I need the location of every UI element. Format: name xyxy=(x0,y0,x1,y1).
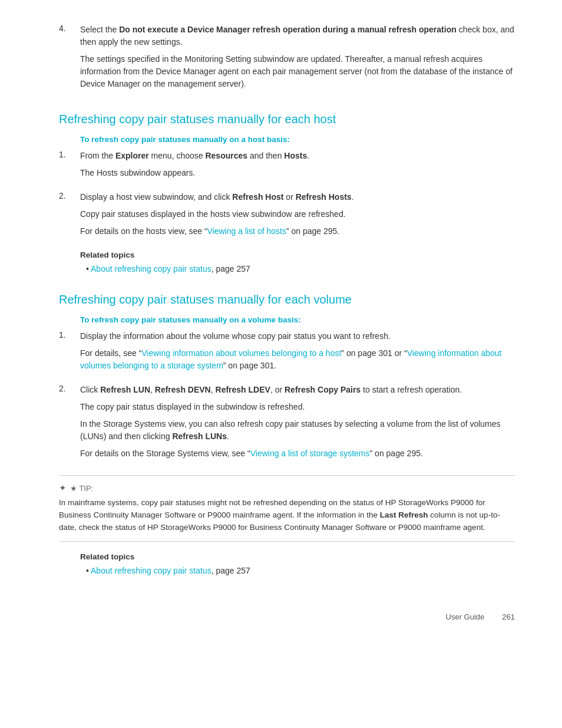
section2-step1-num: 1. xyxy=(59,330,75,377)
s2-s2-note1-suffix: subwindow is refreshed. xyxy=(216,402,305,411)
tip-icon: ✦ xyxy=(59,483,67,493)
s1-step1-suffix: . xyxy=(307,151,309,160)
footer-guide: User Guide xyxy=(446,612,485,621)
page-footer: User Guide 261 xyxy=(59,612,515,621)
section1-step2-num: 2. xyxy=(59,191,75,242)
s2-s2-note1-prefix: The copy pair status displayed in the xyxy=(80,402,214,411)
section1-step1: 1. From the Explorer menu, choose Resour… xyxy=(59,150,515,184)
s1-hosts-link[interactable]: Viewing a list of hosts xyxy=(207,226,286,236)
section2-related-suffix: , page 257 xyxy=(211,566,250,575)
section1-step2-note1: Copy pair statuses displayed in the host… xyxy=(80,208,515,220)
section1-step1-note: The Hosts subwindow appears. xyxy=(80,167,515,179)
s1-s2-suffix: . xyxy=(352,192,354,202)
section1-step2-text: Display a host view subwindow, and click… xyxy=(80,191,515,203)
tip-label: ✦ ★ TIP: xyxy=(59,483,515,493)
s1-s2-refresh-host: Refresh Host xyxy=(232,192,283,202)
section2-step1-text: Display the information about the volume… xyxy=(80,330,515,342)
s2-s2-note2-suffix: . xyxy=(227,431,229,441)
section1-related-link[interactable]: About refreshing copy pair status xyxy=(91,264,211,274)
s1-step1-resources: Resources xyxy=(205,151,247,160)
s2-s1-note-mid: ” on page 301 or “ xyxy=(341,348,406,358)
tip-bold: Last Refresh xyxy=(380,510,428,519)
section1-related-list: About refreshing copy pair status, page … xyxy=(80,263,515,275)
section2-step1: 1. Display the information about the vol… xyxy=(59,330,515,377)
step4-number: 4. xyxy=(59,24,75,95)
tip-label-text: ★ TIP: xyxy=(70,484,93,493)
section2-heading: Refreshing copy pair statuses manually f… xyxy=(59,292,515,307)
s2-volumes-host-link[interactable]: Viewing information about volumes belong… xyxy=(141,348,341,358)
s1-step1-prefix: From the xyxy=(80,151,115,160)
section2-related-link[interactable]: About refreshing copy pair status xyxy=(91,566,211,575)
intro-step4: 4. Select the Do not execute a Device Ma… xyxy=(59,24,515,95)
section2-step2-num: 2. xyxy=(59,384,75,465)
footer-page: 261 xyxy=(502,612,515,621)
section2-step1-note: For details, see “Viewing information ab… xyxy=(80,347,515,372)
tip-block: ✦ ★ TIP: In mainframe systems, copy pair… xyxy=(59,475,515,542)
s2-s2-b2: Refresh DEVN xyxy=(155,385,211,394)
s1-s2-or: or xyxy=(283,192,295,202)
s2-s2-b3: Refresh LDEV xyxy=(216,385,270,394)
step4-content: Select the Do not execute a Device Manag… xyxy=(80,24,515,95)
step4-note: The settings specified in the Monitoring… xyxy=(80,53,515,90)
step4-bold: Do not execute a Device Manager refresh … xyxy=(119,25,457,34)
section2-subheading: To refresh copy pair statuses manually o… xyxy=(80,315,515,324)
step4-text: Select the Do not execute a Device Manag… xyxy=(80,24,515,48)
s2-s2-prefix: Click xyxy=(80,385,100,394)
s2-s2-b1: Refresh LUN xyxy=(100,385,150,394)
s2-s2-b4: Refresh Copy Pairs xyxy=(285,385,361,394)
s2-s2-suffix: to start a refresh operation. xyxy=(361,385,462,394)
s1-step1-explorer: Explorer xyxy=(115,151,149,160)
section2-step2-note1: The copy pair status displayed in the su… xyxy=(80,401,515,413)
section2-step2-note2: In the Storage Systems view, you can als… xyxy=(80,418,515,443)
section2-related-list: About refreshing copy pair status, page … xyxy=(80,565,515,577)
section1-step1-text: From the Explorer menu, choose Resources… xyxy=(80,150,515,162)
section1-step2-note2: For details on the hosts view, see “View… xyxy=(80,225,515,238)
section2-step2-content: Click Refresh LUN, Refresh DEVN, Refresh… xyxy=(80,384,515,465)
section2-step2-note3: For details on the Storage Systems view,… xyxy=(80,447,515,460)
section1-heading: Refreshing copy pair statuses manually f… xyxy=(59,111,515,127)
s1-s2-refresh-hosts: Refresh Hosts xyxy=(296,192,352,202)
section1-step1-num: 1. xyxy=(59,150,75,184)
section1-subheading-block: To refresh copy pair statuses manually o… xyxy=(59,135,515,144)
s2-s2-note3-suffix: ” on page 295. xyxy=(370,449,423,458)
s2-s2-note3-prefix: For details on the Storage Systems view,… xyxy=(80,449,250,458)
section2-subheading-block: To refresh copy pair statuses manually o… xyxy=(59,315,515,324)
section2-related-label: Related topics xyxy=(80,552,515,561)
section2-related: Related topics About refreshing copy pai… xyxy=(59,552,515,577)
section1-step2: 2. Display a host view subwindow, and cl… xyxy=(59,191,515,242)
section1-step1-content: From the Explorer menu, choose Resources… xyxy=(80,150,515,184)
s2-s1-note-suffix: ” on page 301. xyxy=(223,361,276,370)
s1-step1-mid: menu, choose xyxy=(149,151,206,160)
section1-subheading: To refresh copy pair statuses manually o… xyxy=(80,135,515,144)
s2-storage-list-link[interactable]: Viewing a list of storage systems xyxy=(250,449,370,458)
s1-s2-note2-prefix: For details on the hosts view, see “ xyxy=(80,226,207,236)
s1-s2-note2-suffix: ” on page 295. xyxy=(286,226,339,236)
section2-step2: 2. Click Refresh LUN, Refresh DEVN, Refr… xyxy=(59,384,515,465)
section1-related-label: Related topics xyxy=(80,251,515,259)
section2-related-item: About refreshing copy pair status, page … xyxy=(86,565,515,577)
s2-s2-note2-text: In the Storage Systems view, you can als… xyxy=(80,419,501,441)
s2-s1-note-prefix: For details, see “ xyxy=(80,348,141,358)
s1-s2-prefix: Display a host view subwindow, and click xyxy=(80,192,232,202)
section1-step2-content: Display a host view subwindow, and click… xyxy=(80,191,515,242)
page-container: 4. Select the Do not execute a Device Ma… xyxy=(0,0,562,657)
section1-related: Related topics About refreshing copy pai… xyxy=(59,251,515,275)
section2-step2-text: Click Refresh LUN, Refresh DEVN, Refresh… xyxy=(80,384,515,396)
s1-step1-and: and then xyxy=(247,151,284,160)
section1-related-suffix: , page 257 xyxy=(211,264,250,274)
tip-text: In mainframe systems, copy pair statuses… xyxy=(59,497,515,534)
section1-related-item: About refreshing copy pair status, page … xyxy=(86,263,515,275)
s1-step1-hosts: Hosts xyxy=(284,151,307,160)
s2-s2-note2-bold: Refresh LUNs xyxy=(172,431,227,441)
section2-step1-content: Display the information about the volume… xyxy=(80,330,515,377)
